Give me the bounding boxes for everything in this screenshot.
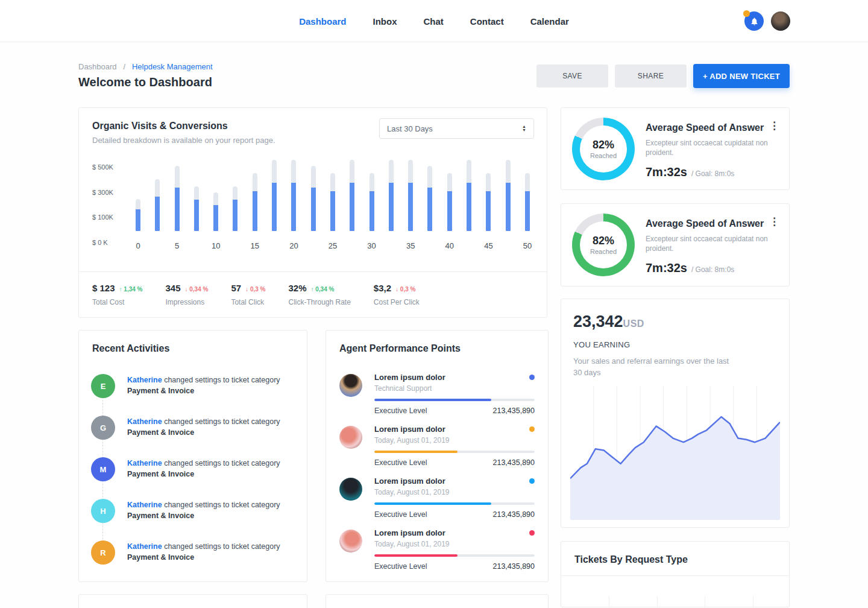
breadcrumb-dashboard[interactable]: Dashboard [78,62,117,71]
stat-delta: ↓ 0,34 % [185,286,209,293]
bar [525,173,530,231]
notification-badge [743,10,750,17]
more-options-icon[interactable]: ⋮ [769,216,779,228]
agent-subtitle: Today, August 01, 2019 [374,488,535,496]
bar [408,160,413,231]
donut-percentage-label: Reached [590,152,617,159]
bar [136,199,140,231]
agent-row: Lorem ipsum dolorToday, August 01, 2019E… [339,477,535,519]
bar-chart-bars [136,160,530,231]
bar [370,173,374,231]
stat-label: Cost Per Click [374,298,420,306]
stat-delta: ↓ 0,3 % [245,286,265,293]
y-axis-tick: $ 500K [92,163,113,171]
stat-block: $3,2↓ 0,3 %Cost Per Click [374,283,420,306]
activity-action: changed settings to ticket category [162,376,280,384]
agent-level-label: Executive Level [374,562,492,571]
agent-performance-title: Agent Performance Points [339,343,535,354]
y-axis-tick: $ 100K [92,214,113,221]
stat-label: Total Cost [92,298,142,306]
nav-item-contact[interactable]: Contact [470,16,504,27]
agent-name: Lorem ipsum dolor [374,528,529,537]
agent-status-dot [529,375,535,380]
activity-text: Katherine changed settings to ticket cat… [127,540,280,563]
activity-avatar: G [91,416,115,440]
activity-avatar: H [91,499,115,523]
agent-row: Lorem ipsum dolorToday, August 01, 2019E… [339,528,535,571]
agent-performance-card: Agent Performance Points Lorem ipsum dol… [326,330,549,582]
agent-subtitle: Today, August 01, 2019 [374,540,535,548]
earnings-currency: USD [623,318,644,329]
speed-goal: / Goal: 8m:0s [691,265,734,274]
nav-item-calendar[interactable]: Calendar [530,16,569,27]
activity-action: changed settings to ticket category [162,542,280,551]
more-options-icon[interactable]: ⋮ [769,120,779,132]
stat-block: $ 123↑ 1,34 %Total Cost [92,283,142,306]
share-button[interactable]: SHARE [615,65,687,87]
bar [389,160,394,231]
agent-points: 213,435,890 [492,562,535,571]
date-range-select[interactable]: Last 30 Days ▲▼ [379,118,534,139]
bell-icon [750,17,759,26]
nav-item-chat[interactable]: Chat [423,16,443,27]
bar [506,160,511,231]
activity-category: Payment & Invoice [127,470,194,478]
tickets-card-title: Tickets By Request Type [574,554,776,565]
speed-of-answer-card-2: 82% Reached Average Speed of Answer ⋮ Ex… [561,203,790,287]
organic-visits-card: Organic Visits & Conversions Detailed br… [78,107,547,318]
bar [291,160,296,231]
bar [350,160,354,231]
agent-progress-fill [374,399,491,401]
x-axis-tick: 5 [175,241,179,250]
speed-value: 7m:32s [646,261,687,275]
agent-row: Lorem ipsum dolorTechnical SupportExecut… [339,373,535,415]
speed-card-description: Excepteur sint occaecat cupidatat non pr… [646,138,796,157]
agent-progress-track [374,451,535,453]
speed-goal: / Goal: 8m:0s [691,169,734,178]
agent-avatar [339,426,362,449]
user-avatar[interactable] [771,11,790,31]
y-axis-tick: $ 300K [92,189,113,196]
activity-user[interactable]: Katherine [127,376,162,384]
nav-item-dashboard[interactable]: Dashboard [299,16,346,27]
y-axis-tick: $ 0 K [92,239,108,246]
add-new-ticket-button[interactable]: + ADD NEW TICKET [693,64,790,88]
activity-item: GKatherine changed settings to ticket ca… [79,416,307,440]
x-axis-tick: 30 [367,241,376,250]
stat-block: 345↓ 0,34 %Impressions [165,283,208,306]
activity-avatar: M [91,457,115,481]
agent-progress-track [374,399,535,401]
agent-level-label: Executive Level [374,407,492,415]
activity-action: changed settings to ticket category [162,417,280,426]
x-axis-tick: 15 [251,241,259,250]
activity-action: changed settings to ticket category [162,501,280,509]
breadcrumb-helpdesk[interactable]: Helpdesk Management [132,62,213,71]
speed-card-title: Average Speed of Answer [646,122,779,133]
bar [467,160,471,231]
activity-user[interactable]: Katherine [127,501,162,509]
activity-user[interactable]: Katherine [127,459,162,467]
agent-avatar [339,530,362,553]
nav-item-inbox[interactable]: Inbox [373,16,397,27]
bar-chart-y-axis: $ 500K$ 300K$ 100K$ 0 K [92,160,122,250]
donut-percentage-label: Reached [590,248,617,255]
bottom-card-left [78,594,307,608]
agent-level-label: Executive Level [374,458,492,467]
earnings-description: Your sales and referral earnings over th… [573,355,730,378]
activity-category: Payment & Invoice [127,553,194,562]
save-button[interactable]: SAVE [536,65,608,87]
activity-text: Katherine changed settings to ticket cat… [127,374,280,396]
agent-avatar [339,374,362,397]
bar [233,186,237,231]
recent-activities-card: Recent Activities EKatherine changed set… [78,330,307,582]
agent-status-dot [529,478,535,484]
stat-block: 57↓ 0,3 %Total Click [231,283,265,306]
speed-value: 7m:32s [646,165,687,179]
activity-user[interactable]: Katherine [127,417,162,426]
agent-subtitle: Technical Support [374,384,535,393]
date-range-value: Last 30 Days [387,124,522,133]
activity-user[interactable]: Katherine [127,542,162,551]
page-title: Welcome to Dashboard [78,75,212,89]
agent-avatar [339,478,362,501]
activity-category: Payment & Invoice [127,511,194,520]
